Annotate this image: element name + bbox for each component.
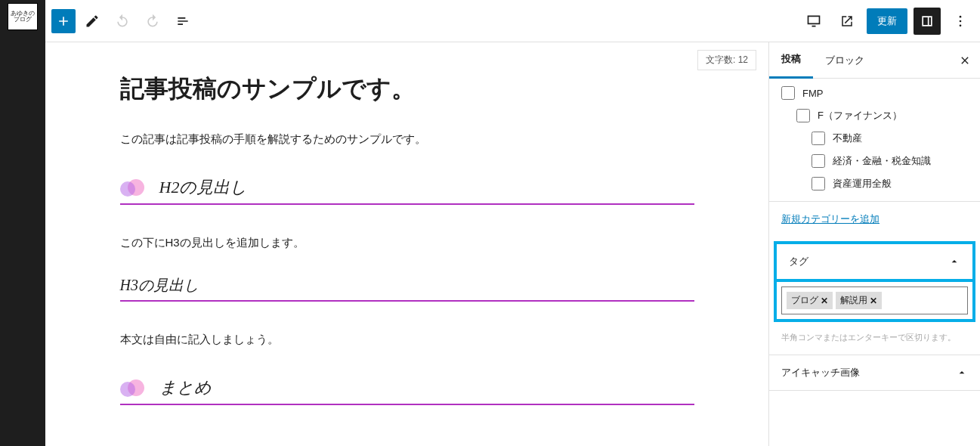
remove-tag-button[interactable]: ✕ — [870, 296, 877, 306]
heading-h3[interactable]: H3の見出し — [120, 275, 694, 302]
heading-h2[interactable]: H2の見出し — [120, 172, 694, 205]
svg-point-0 — [960, 15, 962, 17]
category-checkbox[interactable] — [796, 109, 810, 122]
undo-button[interactable] — [109, 8, 136, 35]
category-checkbox[interactable] — [812, 154, 825, 168]
add-block-button[interactable] — [51, 9, 76, 33]
tag-chip-label: ブログ — [791, 294, 818, 307]
category-label: FMP — [802, 88, 823, 99]
more-options-button[interactable] — [947, 8, 974, 35]
body-paragraph[interactable]: この下にH3の見出しを追加します。 — [120, 232, 694, 252]
svg-point-2 — [960, 24, 962, 26]
tag-panel-header[interactable]: タグ — [774, 241, 975, 279]
category-label: 不動産 — [833, 132, 862, 145]
sidebar-icon — [920, 14, 935, 29]
body-paragraph[interactable]: 本文は自由に記入しましょう。 — [120, 329, 694, 349]
category-item[interactable]: FMP — [781, 82, 968, 104]
redo-button[interactable] — [139, 8, 166, 35]
update-button[interactable]: 更新 — [867, 8, 907, 34]
category-label: F（ファイナンス） — [818, 109, 902, 122]
external-link-button[interactable] — [833, 8, 861, 35]
svg-point-1 — [960, 20, 962, 22]
outline-button[interactable] — [169, 8, 196, 35]
chevron-up-icon — [956, 367, 968, 379]
desktop-icon — [806, 14, 821, 29]
intro-paragraph[interactable]: この記事は記事投稿の手順を解説するためのサンプルです。 — [120, 129, 694, 149]
list-icon — [175, 14, 190, 29]
undo-icon — [115, 14, 130, 29]
tag-hint: 半角コンマまたはエンターキーで区切ります。 — [769, 327, 980, 355]
editor-topbar: 更新 — [45, 0, 980, 42]
tab-block[interactable]: ブロック — [813, 43, 876, 78]
topbar-left — [51, 8, 196, 35]
word-count-badge: 文字数: 12 — [697, 50, 756, 70]
dots-vertical-icon — [953, 14, 968, 29]
category-item[interactable]: 資産運用全般 — [781, 172, 968, 195]
settings-sidebar: 投稿 ブロック FMPF（ファイナンス）不動産経済・金融・税金知識資産運用全般 … — [768, 42, 980, 446]
close-settings-button[interactable] — [950, 45, 980, 76]
tag-chip: ブログ✕ — [787, 292, 833, 309]
tag-panel-label: タグ — [789, 255, 808, 268]
eyecatch-label: アイキャッチ画像 — [781, 366, 860, 379]
remove-tag-button[interactable]: ✕ — [821, 296, 828, 306]
admin-sidebar: あゆきのブログ — [0, 0, 45, 446]
editor-canvas[interactable]: 文字数: 12 記事投稿のサンプルです。 この記事は記事投稿の手順を解説するため… — [45, 42, 768, 446]
edit-mode-button[interactable] — [79, 8, 106, 35]
tag-highlight-box: ブログ✕解説用✕ — [774, 279, 975, 322]
tab-post[interactable]: 投稿 — [769, 42, 813, 79]
settings-tabs: 投稿 ブロック — [769, 42, 980, 79]
category-label: 経済・金融・税金知識 — [833, 154, 931, 168]
chevron-up-icon — [948, 256, 960, 268]
plus-icon — [56, 14, 71, 29]
category-list: FMPF（ファイナンス）不動産経済・金融・税金知識資産運用全般 — [769, 79, 980, 202]
category-label: 資産運用全般 — [833, 177, 892, 190]
heading-h2[interactable]: まとめ — [120, 372, 694, 405]
category-checkbox[interactable] — [812, 132, 825, 145]
pencil-icon — [85, 14, 100, 29]
category-item[interactable]: F（ファイナンス） — [781, 104, 968, 127]
editor-inner: 記事投稿のサンプルです。 この記事は記事投稿の手順を解説するためのサンプルです。… — [90, 73, 725, 405]
site-logo[interactable]: あゆきのブログ — [8, 3, 38, 30]
add-category-link[interactable]: 新規カテゴリーを追加 — [769, 202, 980, 237]
main-area: 更新 文字数: 12 記事投稿のサンプルです。 この記事は記事投稿の手順を解説す… — [45, 0, 980, 446]
settings-toggle-button[interactable] — [914, 8, 941, 35]
close-icon — [959, 54, 971, 67]
view-button[interactable] — [800, 8, 827, 35]
tag-chip-label: 解説用 — [840, 294, 867, 307]
category-item[interactable]: 不動産 — [781, 127, 968, 150]
tag-input[interactable]: ブログ✕解説用✕ — [781, 286, 968, 314]
tag-chip: 解説用✕ — [836, 292, 882, 309]
content-wrap: 文字数: 12 記事投稿のサンプルです。 この記事は記事投稿の手順を解説するため… — [45, 42, 980, 446]
category-checkbox[interactable] — [781, 86, 795, 100]
category-checkbox[interactable] — [812, 177, 825, 190]
eyecatch-panel-header[interactable]: アイキャッチ画像 — [769, 355, 980, 391]
external-link-icon — [840, 14, 854, 28]
redo-icon — [145, 14, 160, 29]
post-title[interactable]: 記事投稿のサンプルです。 — [120, 73, 694, 106]
category-item[interactable]: 経済・金融・税金知識 — [781, 150, 968, 172]
topbar-right: 更新 — [800, 8, 974, 35]
